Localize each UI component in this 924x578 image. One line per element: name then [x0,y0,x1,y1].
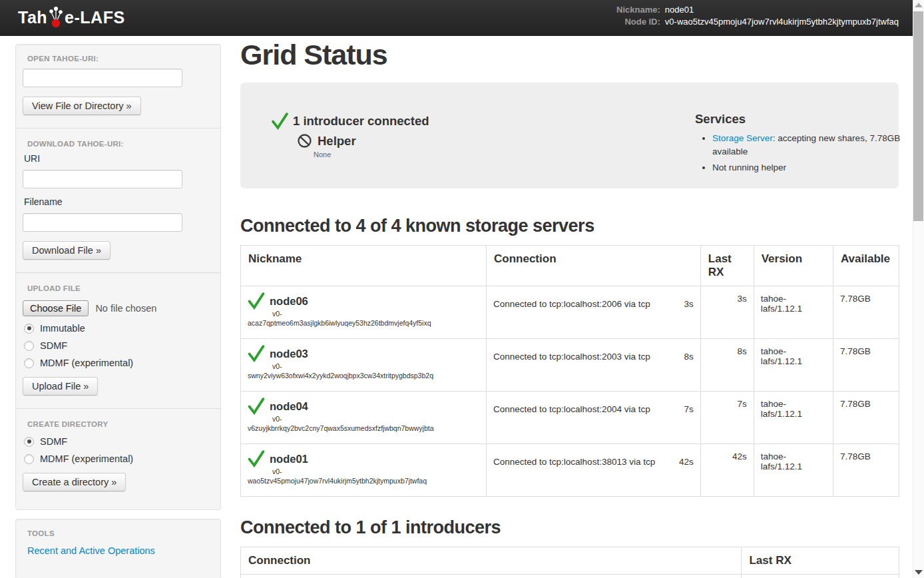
node-info: Nickname: node01 Node ID: v0-wao5tzv45pm… [616,5,899,27]
storage-servers-table: Nickname Connection Last RX Version Avai… [240,245,899,497]
connection-age: 42s [679,457,694,467]
connection-cell: Connected to tcp:localhost:2006 via tcp3… [487,286,701,339]
storage-server-service-item: Storage Server: accepting new shares, 7.… [712,132,909,158]
col-version: Version [754,246,833,286]
last-rx-cell: 8s [700,339,754,392]
connection-age: 7s [684,404,694,414]
scrollbar-thumb[interactable] [913,11,923,221]
download-uri-input[interactable] [23,170,182,188]
connection-cell: Connected to tcp:localhost:39165 via tcp… [241,575,742,578]
open-tahoe-uri-label: OPEN TAHOE-URI: [27,55,214,63]
check-icon [248,449,265,467]
col-last-rx: Last RX [742,547,899,575]
table-header-row: Nickname Connection Last RX Version Avai… [241,246,899,286]
create-directory-button[interactable]: Create a directory » [23,473,126,491]
check-icon [248,344,265,362]
node-id-label: Node ID: [616,17,660,27]
tools-panel: TOOLS Recent and Active Operations [15,519,221,578]
col-available: Available [833,246,899,286]
last-rx-cell: 7s [700,392,754,444]
open-uri-input[interactable] [23,69,182,87]
introducers-table: Connection Last RX Connected to tcp:loca… [240,547,899,578]
available-cell: 7.78GB [833,444,899,497]
node-nickname: node04 [270,398,308,415]
check-icon [272,112,288,130]
node-id-prefix: v0- [272,415,479,424]
radio-icon [24,341,34,351]
nickname-cell: node04 v0- v6zuyjkbrrkqy2bvc2cny7qwax5sx… [241,392,487,444]
scroll-down-arrow-icon[interactable] [915,570,923,575]
last-rx-cell: 3s [700,286,754,339]
introducers-heading: Connected to 1 of 1 introducers [240,517,899,538]
node-id-hash: swny2viyw63ofxwi4x2yykd2woqjbpx3cw34xtri… [248,371,479,381]
node-nickname: node01 [270,450,308,467]
node-id-hash: wao5tzv45pmoju47jow7rvl4ukirjm5ytbh2kjty… [248,476,479,486]
brand-text-suffix: e-LAFS [65,6,125,29]
upload-format-radio-mdmf[interactable]: MDMF (experimental) [24,358,214,368]
choose-file-button[interactable]: Choose File [23,300,89,316]
download-filename-input[interactable] [23,213,182,232]
services-list: Storage Server: accepting new shares, 7.… [695,132,909,174]
sidebar: OPEN TAHOE-URI: View File or Directory »… [15,44,221,578]
radio-icon [24,358,34,368]
available-cell: 7.78GB [833,339,899,392]
mkdir-format-radio-mdmf[interactable]: MDMF (experimental) [24,453,214,464]
version-cell: tahoe-lafs/1.12.1 [754,444,833,497]
available-cell: 7.78GB [833,392,899,444]
uri-field-label: URI [24,153,214,164]
services-column: Services Storage Server: accepting new s… [695,112,909,188]
node-id-prefix: v0- [272,362,479,371]
node-id-prefix: v0- [272,467,479,476]
connection-text: Connected to tcp:localhost:2003 via tcp [493,352,650,362]
nickname-value: node01 [665,5,899,15]
upload-file-label: UPLOAD FILE [27,284,214,292]
col-nickname: Nickname [241,246,487,286]
vertical-scrollbar[interactable] [913,0,924,578]
scroll-up-arrow-icon[interactable] [915,3,923,7]
introducer-status-text: 1 introducer connected [293,114,429,129]
table-row: node01 v0- wao5tzv45pmoju47jow7rvl4ukirj… [241,444,899,497]
check-icon [248,292,265,310]
no-file-chosen-text: No file chosen [95,303,156,314]
node-nickname: node06 [270,292,308,310]
connection-cell: Connected to tcp:localhost:38013 via tcp… [487,444,701,497]
divider [16,128,220,129]
connection-age: 3s [684,299,694,309]
nickname-cell: node06 v0- acaz7qptmeo6m3asjlgkb6iwlyuqe… [241,286,487,339]
upload-format-radio-sdmf[interactable]: SDMF [24,340,214,351]
download-file-button[interactable]: Download File » [23,241,111,260]
connection-age: 8s [684,352,694,362]
radio-icon [24,454,34,464]
radio-icon [24,324,34,334]
recent-operations-link[interactable]: Recent and Active Operations [27,545,155,556]
available-cell: 7.78GB [833,286,899,339]
mkdir-format-radio-sdmf[interactable]: SDMF [24,436,214,447]
col-last-rx: Last RX [700,246,754,286]
radio-label: Immutable [40,323,85,334]
radio-label: MDMF (experimental) [40,358,133,368]
last-rx-cell: 42s [700,444,754,497]
table-row: node06 v0- acaz7qptmeo6m3asjlgkb6iwlyuqe… [241,286,899,339]
divider [16,272,220,273]
radio-icon [24,437,34,447]
upload-format-radio-immutable[interactable]: Immutable [24,323,214,334]
radio-label: SDMF [40,436,67,447]
upload-file-button[interactable]: Upload File » [23,377,98,396]
last-rx-cell: 4s [742,575,899,578]
node-id-hash: acaz7qptmeo6m3asjlgkb6iwlyuqey53hz26tbdm… [248,318,479,328]
col-connection: Connection [241,547,742,575]
view-file-or-directory-button[interactable]: View File or Directory » [23,97,141,115]
file-picker: Choose File No file chosen [23,300,214,316]
create-directory-label: CREATE DIRECTORY [27,420,214,428]
table-row: Connected to tcp:localhost:39165 via tcp… [241,575,899,578]
storage-servers-heading: Connected to 4 of 4 known storage server… [240,215,899,236]
node-id-prefix: v0- [272,310,479,318]
storage-server-link[interactable]: Storage Server [712,133,773,143]
helper-value: None [314,150,695,158]
connection-cell: Connected to tcp:localhost:2004 via tcp7… [487,392,701,444]
table-row: node04 v0- v6zuyjkbrrkqy2bvc2cny7qwax5sx… [241,392,899,444]
version-cell: tahoe-lafs/1.12.1 [754,392,833,444]
brand-logo[interactable]: Tah e-LAFS [18,6,125,29]
services-title: Services [695,112,909,127]
node-nickname: node03 [270,345,308,362]
